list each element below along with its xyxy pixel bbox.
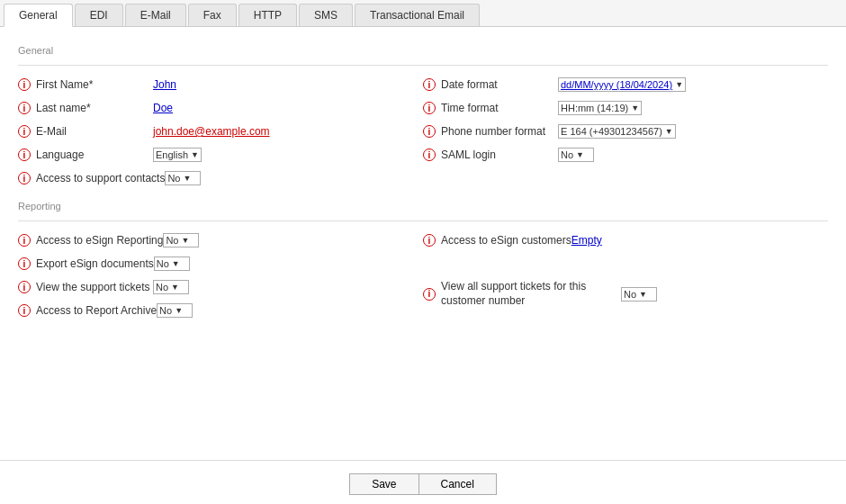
tab-fax[interactable]: Fax — [188, 4, 237, 26]
report-archive-row: i Access to Report Archive No ▼ — [18, 299, 423, 322]
view-tickets-arrow: ▼ — [171, 283, 179, 292]
tab-edi[interactable]: EDI — [75, 4, 123, 26]
date-format-arrow: ▼ — [675, 80, 683, 89]
time-format-row: i Time format HH:mm (14:19) ▼ — [423, 96, 828, 120]
view-tickets-value: No — [156, 282, 168, 292]
esign-reporting-info-icon[interactable]: i — [18, 234, 31, 247]
last-name-row: i Last name* Doe — [18, 96, 423, 120]
first-name-label: First Name* — [36, 78, 153, 91]
email-value[interactable]: john.doe@example.com — [153, 125, 270, 138]
esign-reporting-value: No — [166, 235, 178, 246]
saml-login-dropdown[interactable]: No ▼ — [558, 148, 594, 162]
tabs-bar: General EDI E-Mail Fax HTTP SMS Transact… — [0, 0, 846, 27]
time-format-info-icon[interactable]: i — [423, 102, 436, 114]
reporting-right-empty-row — [423, 252, 828, 275]
email-info-icon[interactable]: i — [18, 125, 31, 138]
time-format-value: HH:mm (14:19) — [561, 103, 628, 113]
reporting-form-grid: i Access to eSign Reporting No ▼ i Expor… — [18, 229, 828, 322]
date-format-dropdown[interactable]: dd/MM/yyyy (18/04/2024) ▼ — [558, 77, 686, 92]
esign-reporting-label: Access to eSign Reporting — [36, 234, 163, 247]
tab-general[interactable]: General — [4, 4, 73, 27]
last-name-info-icon[interactable]: i — [18, 102, 31, 114]
phone-format-row: i Phone number format E 164 (+4930123456… — [423, 120, 828, 143]
access-support-info-icon[interactable]: i — [18, 172, 31, 184]
phone-format-value: E 164 (+49301234567) — [561, 126, 662, 137]
save-button[interactable]: Save — [349, 473, 418, 495]
all-tickets-info-icon[interactable]: i — [423, 288, 436, 301]
language-dropdown-arrow: ▼ — [191, 150, 199, 159]
reporting-left-col: i Access to eSign Reporting No ▼ i Expor… — [18, 229, 423, 322]
esign-customers-label: Access to eSign customers — [441, 234, 572, 247]
language-dropdown[interactable]: English ▼ — [153, 148, 202, 162]
all-tickets-value: No — [624, 289, 636, 300]
all-tickets-row: i View all support tickets for this cust… — [423, 275, 828, 312]
time-format-arrow: ▼ — [631, 104, 639, 112]
saml-login-row: i SAML login No ▼ — [423, 143, 828, 166]
general-right-col: i Date format dd/MM/yyyy (18/04/2024) ▼ … — [423, 73, 828, 166]
all-tickets-arrow: ▼ — [639, 290, 647, 299]
export-esign-dropdown[interactable]: No ▼ — [154, 256, 190, 271]
esign-customers-info-icon[interactable]: i — [423, 234, 436, 247]
access-support-arrow: ▼ — [183, 174, 191, 183]
last-name-value[interactable]: Doe — [153, 102, 173, 114]
tab-sms[interactable]: SMS — [299, 4, 353, 26]
first-name-value[interactable]: John — [153, 78, 176, 91]
report-archive-label: Access to Report Archive — [36, 304, 157, 317]
export-esign-info-icon[interactable]: i — [18, 257, 31, 270]
footer-buttons: Save Cancel — [0, 460, 846, 504]
tab-http[interactable]: HTTP — [238, 4, 297, 26]
export-esign-label: Export eSign documents — [36, 257, 154, 270]
date-format-value: dd/MM/yyyy (18/04/2024) — [561, 79, 672, 90]
export-esign-arrow: ▼ — [172, 259, 180, 268]
first-name-info-icon[interactable]: i — [18, 78, 31, 91]
phone-format-dropdown[interactable]: E 164 (+49301234567) ▼ — [558, 124, 676, 139]
last-name-label: Last name* — [36, 102, 153, 114]
esign-reporting-row: i Access to eSign Reporting No ▼ — [18, 229, 423, 252]
access-left-col: i Access to support contacts No ▼ — [18, 166, 423, 190]
page-container: General EDI E-Mail Fax HTTP SMS Transact… — [0, 0, 846, 504]
reporting-right-col: i Access to eSign customers Empty i View… — [423, 229, 828, 322]
date-format-label: Date format — [441, 78, 558, 91]
reporting-section-title: Reporting — [18, 201, 828, 213]
general-left-col: i First Name* John i Last name* Doe i E-… — [18, 73, 423, 166]
access-support-row: i Access to support contacts No ▼ — [18, 166, 423, 190]
view-tickets-dropdown[interactable]: No ▼ — [153, 280, 189, 294]
access-right-col — [423, 166, 828, 190]
phone-format-arrow: ▼ — [665, 127, 673, 136]
content-area: General i First Name* John i Last name* … — [0, 27, 846, 460]
report-archive-dropdown[interactable]: No ▼ — [157, 303, 193, 318]
language-row: i Language English ▼ — [18, 143, 423, 166]
date-format-row: i Date format dd/MM/yyyy (18/04/2024) ▼ — [423, 73, 828, 96]
view-tickets-row: i View the support tickets No ▼ — [18, 275, 423, 299]
report-archive-value: No — [159, 305, 172, 316]
all-tickets-label: View all support tickets for this custom… — [441, 280, 621, 308]
cancel-button[interactable]: Cancel — [418, 473, 497, 495]
saml-login-info-icon[interactable]: i — [423, 148, 436, 161]
esign-reporting-dropdown[interactable]: No ▼ — [163, 233, 199, 248]
language-label: Language — [36, 148, 153, 161]
view-tickets-label: View the support tickets — [36, 281, 153, 293]
email-row: i E-Mail john.doe@example.com — [18, 120, 423, 143]
access-support-value: No — [167, 173, 180, 184]
email-label: E-Mail — [36, 125, 153, 138]
date-format-info-icon[interactable]: i — [423, 78, 436, 91]
report-archive-info-icon[interactable]: i — [18, 304, 31, 317]
export-esign-row: i Export eSign documents No ▼ — [18, 252, 423, 275]
esign-customers-row: i Access to eSign customers Empty — [423, 229, 828, 252]
saml-login-label: SAML login — [441, 148, 558, 161]
general-section-title: General — [18, 45, 828, 58]
report-archive-arrow: ▼ — [175, 306, 183, 315]
access-support-label: Access to support contacts — [36, 172, 165, 184]
access-form-grid: i Access to support contacts No ▼ — [18, 166, 828, 190]
time-format-label: Time format — [441, 102, 558, 114]
phone-format-info-icon[interactable]: i — [423, 125, 436, 138]
view-tickets-info-icon[interactable]: i — [18, 281, 31, 293]
esign-customers-value[interactable]: Empty — [572, 234, 602, 247]
tab-email[interactable]: E-Mail — [125, 4, 186, 26]
access-support-dropdown[interactable]: No ▼ — [165, 171, 201, 185]
general-form-grid: i First Name* John i Last name* Doe i E-… — [18, 73, 828, 166]
tab-transactional-email[interactable]: Transactional Email — [355, 4, 480, 26]
time-format-dropdown[interactable]: HH:mm (14:19) ▼ — [558, 101, 642, 115]
language-info-icon[interactable]: i — [18, 148, 31, 161]
all-tickets-dropdown[interactable]: No ▼ — [621, 287, 657, 302]
